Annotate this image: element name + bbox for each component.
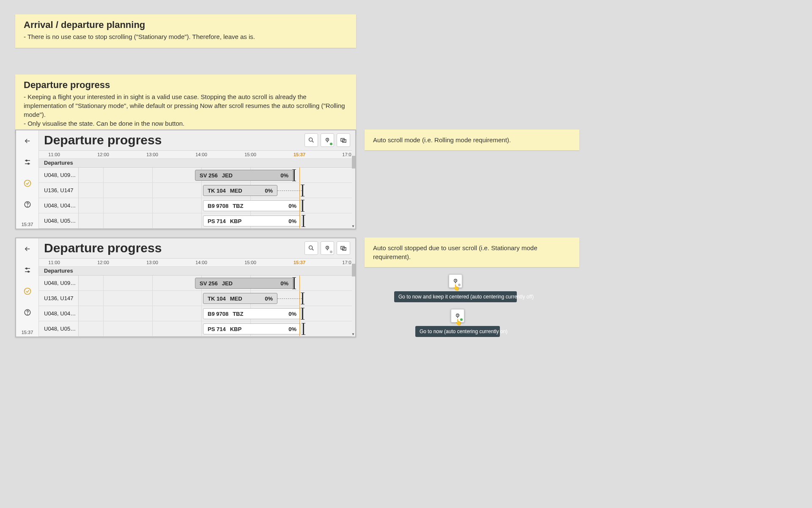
section-header: Departures bbox=[39, 159, 355, 168]
row-label: U048, U05… bbox=[39, 321, 79, 336]
svg-point-14 bbox=[309, 246, 313, 249]
tick: 14:00 bbox=[195, 260, 207, 265]
side-note-rolling: Auto scroll mode (i.e. Rolling mode requ… bbox=[365, 130, 579, 150]
row-label: U136, U147 bbox=[39, 291, 79, 306]
scroll-down-icon[interactable]: ▼ bbox=[351, 332, 355, 336]
timeline-grid[interactable]: U048, U09… SV 256 JED 0% U136, U147 bbox=[39, 276, 355, 337]
drag-handle[interactable] bbox=[303, 323, 304, 335]
rail-time: 15:37 bbox=[22, 222, 33, 229]
status-dot-on-icon bbox=[330, 143, 332, 145]
flight-bar[interactable]: TK 104 MED 0% bbox=[203, 185, 277, 196]
table-row: U048, U04… B9 9708 TBZ 0% bbox=[39, 198, 355, 213]
tick: 17:0 bbox=[342, 152, 351, 157]
time-axis: 11:00 12:00 13:00 14:00 15:00 15:37 17:0… bbox=[39, 259, 355, 267]
departure-panel-stationary: 15:37 Departure progress 11:00 12:00 13:… bbox=[15, 237, 356, 337]
dashed-connector bbox=[277, 190, 302, 191]
back-button[interactable] bbox=[16, 130, 39, 152]
back-button[interactable] bbox=[16, 238, 39, 260]
table-row: U136, U147 TK 104 MED 0% bbox=[39, 183, 355, 198]
drag-handle[interactable] bbox=[303, 215, 304, 227]
drag-handle[interactable] bbox=[302, 200, 303, 212]
rail-time: 15:37 bbox=[22, 330, 33, 337]
help-icon[interactable] bbox=[16, 194, 39, 215]
svg-point-11 bbox=[24, 288, 30, 295]
now-button-off[interactable]: 👆 bbox=[449, 274, 462, 288]
cursor-icon: 👆 bbox=[455, 319, 462, 326]
side-rail: 15:37 bbox=[16, 238, 39, 337]
filter-icon[interactable] bbox=[16, 152, 39, 173]
flight-bar[interactable]: B9 9708 TBZ 0% bbox=[203, 200, 301, 211]
svg-point-2 bbox=[24, 180, 30, 187]
panel-title: Departure progress bbox=[44, 241, 304, 255]
cursor-icon: 👆 bbox=[453, 284, 460, 291]
drag-handle[interactable] bbox=[302, 308, 303, 320]
note-arrival-departure: Arrival / departure planning - There is … bbox=[15, 14, 356, 48]
table-row: U136, U147 TK 104 MED 0% bbox=[39, 291, 355, 306]
now-button[interactable] bbox=[321, 241, 334, 255]
note-title: Arrival / departure planning bbox=[24, 19, 348, 30]
tooltip: Go to now (auto centering currently on) bbox=[415, 326, 500, 337]
table-row: U048, U05… PS 714 KBP 0% bbox=[39, 213, 355, 229]
side-note-text: Auto scroll stopped due to user scroll (… bbox=[373, 243, 571, 261]
drag-handle[interactable] bbox=[294, 169, 295, 181]
tick: 13:00 bbox=[146, 260, 158, 265]
time-axis: 11:00 12:00 13:00 14:00 15:00 15:37 17:0… bbox=[39, 151, 355, 159]
filter-icon[interactable] bbox=[16, 260, 39, 281]
search-button[interactable] bbox=[304, 133, 318, 147]
search-button[interactable] bbox=[304, 241, 318, 255]
row-label: U048, U04… bbox=[39, 306, 79, 321]
side-rail: 15:37 bbox=[16, 130, 39, 229]
status-dot-off-icon bbox=[330, 251, 332, 253]
row-label: U136, U147 bbox=[39, 183, 79, 198]
vertical-scrollbar[interactable] bbox=[352, 247, 355, 337]
table-row: U048, U09… SV 256 JED 0% bbox=[39, 276, 355, 291]
note-departure-progress: Departure progress - Keeping a flight yo… bbox=[15, 75, 356, 135]
vertical-scrollbar[interactable] bbox=[352, 139, 355, 229]
tooltip-demo-off: 👆 Go to now and keep it centered (auto c… bbox=[394, 274, 517, 302]
flight-bar[interactable]: PS 714 KBP 0% bbox=[203, 323, 301, 334]
scroll-down-icon[interactable]: ▼ bbox=[351, 224, 355, 228]
drag-handle[interactable] bbox=[302, 185, 303, 196]
row-label: U048, U09… bbox=[39, 276, 79, 290]
section-header: Departures bbox=[39, 267, 355, 276]
table-row: U048, U05… PS 714 KBP 0% bbox=[39, 321, 355, 337]
note-title: Departure progress bbox=[24, 80, 348, 91]
fullscreen-button[interactable] bbox=[337, 133, 350, 147]
now-marker: 15:37 bbox=[294, 152, 305, 157]
table-row: U048, U09… SV 256 JED 0% bbox=[39, 168, 355, 183]
tooltip-demo-on: 👆 Go to now (auto centering currently on… bbox=[415, 309, 500, 337]
now-button-on[interactable]: 👆 bbox=[451, 309, 464, 323]
note-line: - Keeping a flight your interested in in… bbox=[24, 92, 348, 119]
flight-bar[interactable]: TK 104 MED 0% bbox=[203, 293, 277, 304]
panel-title: Departure progress bbox=[44, 133, 304, 147]
tick: 14:00 bbox=[195, 152, 207, 157]
flight-bar[interactable]: SV 256 JED 0% bbox=[195, 170, 293, 181]
drag-handle[interactable] bbox=[294, 277, 295, 289]
now-button[interactable] bbox=[321, 133, 334, 147]
row-label: U048, U05… bbox=[39, 213, 79, 228]
svg-point-13 bbox=[27, 314, 27, 314]
check-icon[interactable] bbox=[16, 281, 39, 302]
row-label: U048, U04… bbox=[39, 198, 79, 213]
note-line: - There is no use case to stop scrolling… bbox=[24, 32, 348, 41]
help-icon[interactable] bbox=[16, 302, 39, 323]
tick: 12:00 bbox=[97, 152, 109, 157]
tick: 15:00 bbox=[244, 152, 256, 157]
timeline-grid[interactable]: U048, U09… SV 256 JED 0% U136, U147 bbox=[39, 168, 355, 229]
drag-handle[interactable] bbox=[302, 293, 303, 304]
check-icon[interactable] bbox=[16, 173, 39, 194]
fullscreen-button[interactable] bbox=[337, 241, 350, 255]
panel-header: Departure progress bbox=[39, 238, 355, 259]
flight-bar[interactable]: SV 256 JED 0% bbox=[195, 278, 293, 289]
now-marker: 15:37 bbox=[294, 260, 305, 265]
flight-bar[interactable]: PS 714 KBP 0% bbox=[203, 215, 301, 226]
note-line: - Only visualise the state. Can be done … bbox=[24, 119, 348, 128]
panel-header: Departure progress bbox=[39, 130, 355, 151]
tick: 17:0 bbox=[342, 260, 351, 265]
tick: 13:00 bbox=[146, 152, 158, 157]
tick: 11:00 bbox=[48, 152, 60, 157]
flight-bar[interactable]: B9 9708 TBZ 0% bbox=[203, 308, 301, 319]
side-note-text: Auto scroll mode (i.e. Rolling mode requ… bbox=[373, 135, 571, 144]
dashed-connector bbox=[277, 298, 302, 299]
tooltip: Go to now and keep it centered (auto cen… bbox=[394, 291, 517, 302]
